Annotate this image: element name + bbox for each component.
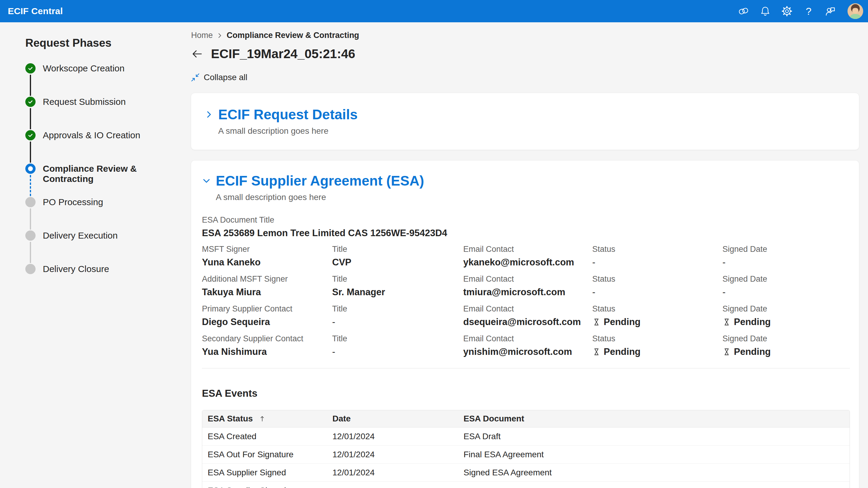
- breadcrumb: Home Compliance Review & Contracting: [191, 31, 859, 40]
- event-status-cell: ESA Supplier Signed: [202, 464, 327, 482]
- feedback-icon[interactable]: [824, 5, 837, 18]
- step-connector: [30, 242, 31, 263]
- hourglass-icon: [722, 318, 731, 326]
- sidebar-step-delivery-closure[interactable]: Delivery Closure: [25, 264, 172, 297]
- check-icon: [27, 132, 34, 138]
- step-current-dot: [25, 164, 36, 174]
- sidebar-step-workscope-creation[interactable]: Workscope Creation: [25, 63, 172, 97]
- signer-field: Title CVP: [332, 245, 463, 268]
- column-header-date[interactable]: Date: [327, 410, 458, 427]
- esa-events-heading: ESA Events: [202, 388, 850, 399]
- step-label: Workscope Creation: [43, 63, 124, 73]
- event-row: ESA Supplier Signed 12/01/2024 Signed ES…: [202, 464, 849, 482]
- step-label: Delivery Execution: [43, 230, 118, 241]
- sidebar-step-po-processing[interactable]: PO Processing: [25, 197, 172, 230]
- app-title: ECIF Central: [8, 6, 63, 16]
- step-connector: [30, 208, 31, 230]
- esa-body: ESA Document Title ESA 253689 Lemon Tree…: [202, 216, 850, 488]
- esa-title: ECIF Supplier Agreement (ESA): [216, 173, 424, 189]
- check-icon: [27, 65, 34, 72]
- event-date-cell: 12/01/2024: [327, 427, 458, 446]
- step-todo-dot: [25, 230, 36, 241]
- sidebar-step-compliance-review-contracting[interactable]: Compliance Review & Contracting: [25, 164, 172, 197]
- notifications-icon[interactable]: [759, 5, 772, 18]
- step-label: Delivery Closure: [43, 264, 109, 274]
- page-title: ECIF_19Mar24_05:21:46: [211, 47, 355, 61]
- signer-field: Title Sr. Manager: [332, 274, 463, 298]
- request-details-description: A small description goes here: [218, 126, 846, 136]
- settings-icon[interactable]: [781, 5, 793, 18]
- request-details-title: ECIF Request Details: [218, 106, 358, 123]
- event-status-cell: ESA Created: [202, 427, 327, 446]
- signer-field: Additional MSFT Signer Takuya Miura: [202, 274, 332, 298]
- step-label: Request Submission: [43, 97, 126, 107]
- event-date-cell: -: [327, 482, 458, 488]
- copilot-icon[interactable]: [737, 5, 750, 18]
- sidebar-step-request-submission[interactable]: Request Submission: [25, 97, 172, 130]
- step-connector: [30, 175, 31, 196]
- page-title-row: ECIF_19Mar24_05:21:46: [191, 47, 859, 61]
- topbar: ECIF Central: [0, 0, 868, 22]
- signer-field: Email Contact dsequeira@microsoft.com: [463, 304, 592, 327]
- signer-field: Email Contact tmiura@microsoft.com: [463, 274, 592, 298]
- help-glyph: ?: [806, 6, 812, 16]
- signer-field: Email Contact ykaneko@microsoft.com: [463, 245, 592, 268]
- avatar[interactable]: [847, 3, 863, 19]
- sidebar-step-approvals-io-creation[interactable]: Approvals & IO Creation: [25, 130, 172, 164]
- breadcrumb-home[interactable]: Home: [191, 31, 213, 40]
- signer-field: Title -: [332, 334, 463, 357]
- esa-description: A small description goes here: [216, 193, 850, 202]
- breadcrumb-current: Compliance Review & Contracting: [227, 31, 359, 40]
- hourglass-icon: [722, 348, 731, 356]
- esa-signers: MSFT Signer Yuna Kaneko Title CVP Email …: [202, 245, 850, 357]
- signer-field: MSFT Signer Yuna Kaneko: [202, 245, 332, 268]
- event-status-cell: ESA Out For Signature: [202, 446, 327, 464]
- esa-status-column-label: ESA Status: [208, 414, 253, 424]
- signer-field: Status -: [592, 245, 722, 268]
- step-done-dot: [25, 130, 36, 140]
- signer-field: Signed Date Pending: [722, 334, 850, 357]
- step-done-dot: [25, 97, 36, 107]
- main-content: Home Compliance Review & Contracting ECI…: [178, 22, 868, 488]
- collapse-all-button[interactable]: Collapse all: [191, 73, 247, 82]
- event-status-cell: ESA Supplier Signed: [202, 482, 327, 488]
- event-date-cell: 12/01/2024: [327, 446, 458, 464]
- step-done-dot: [25, 63, 36, 73]
- help-icon[interactable]: ?: [802, 5, 815, 18]
- event-row: ESA Created 12/01/2024 ESA Draft: [202, 427, 849, 446]
- esa-card: ECIF Supplier Agreement (ESA) A small de…: [191, 161, 859, 488]
- step-todo-dot: [25, 197, 36, 207]
- signer-row-primary-supplier-contact: Primary Supplier Contact Diego Sequeira …: [202, 304, 850, 327]
- signer-field: Signed Date -: [722, 274, 850, 298]
- step-connector: [30, 108, 31, 129]
- signer-field: Signed Date Pending: [722, 304, 850, 327]
- hourglass-icon: [592, 318, 601, 326]
- esa-document-title-label: ESA Document Title: [202, 216, 850, 225]
- column-header-esa-document[interactable]: ESA Document: [458, 410, 849, 427]
- ecif-request-details-header[interactable]: ECIF Request Details: [204, 106, 846, 123]
- esa-card-header[interactable]: ECIF Supplier Agreement (ESA): [202, 173, 850, 189]
- signer-field: Status Pending: [592, 334, 722, 357]
- breadcrumb-chevron-icon: [216, 32, 223, 39]
- event-row: ESA Supplier Signed - -: [202, 482, 849, 488]
- back-button[interactable]: [191, 48, 203, 60]
- event-document-cell: -: [458, 482, 849, 488]
- sidebar: Request Phases Workscope CreationRequest…: [0, 22, 178, 488]
- signer-row-additional-msft-signer: Additional MSFT Signer Takuya Miura Titl…: [202, 274, 850, 298]
- event-date-cell: 12/01/2024: [327, 464, 458, 482]
- step-label: Approvals & IO Creation: [43, 130, 140, 140]
- step-todo-dot: [25, 264, 36, 274]
- ecif-request-details-card: ECIF Request Details A small description…: [191, 93, 859, 150]
- event-row: ESA Out For Signature 12/01/2024 Final E…: [202, 446, 849, 464]
- column-header-esa-status[interactable]: ESA Status: [202, 410, 327, 427]
- page: ECIF Central: [0, 0, 868, 488]
- signer-field: Status Pending: [592, 304, 722, 327]
- step-connector: [30, 141, 31, 163]
- request-phases-stepper: Workscope CreationRequest SubmissionAppr…: [25, 63, 172, 297]
- signer-field: Signed Date -: [722, 245, 850, 268]
- esa-events-header-row: ESA Status Date ESA: [202, 410, 849, 427]
- signer-field: Status -: [592, 274, 722, 298]
- event-document-cell: Final ESA Agreement: [458, 446, 849, 464]
- event-document-cell: ESA Draft: [458, 427, 849, 446]
- sidebar-step-delivery-execution[interactable]: Delivery Execution: [25, 230, 172, 264]
